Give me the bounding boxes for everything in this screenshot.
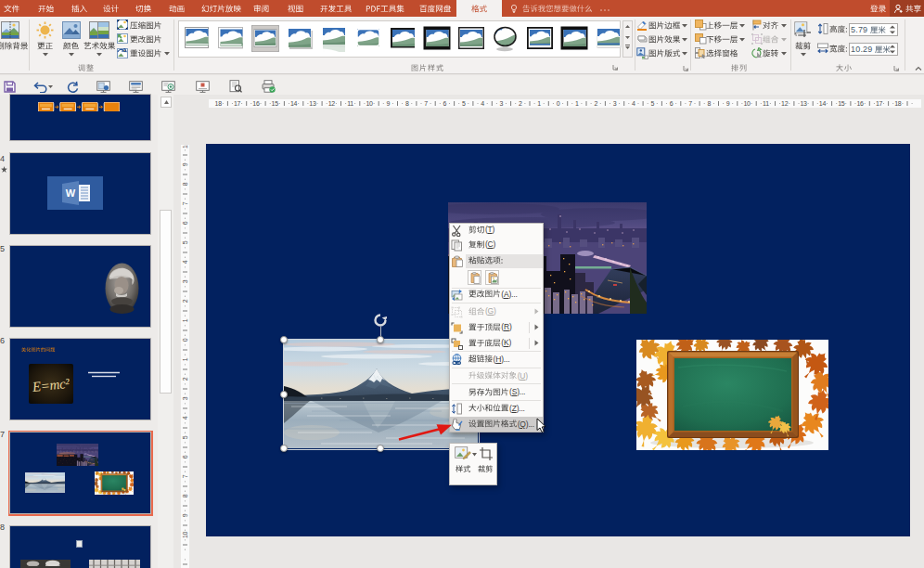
svg-text:18: 18 (215, 100, 223, 107)
svg-text:12: 12 (328, 100, 336, 107)
svg-text:2: 2 (519, 100, 522, 107)
svg-text:5: 5 (462, 100, 466, 107)
svg-text:15: 15 (272, 100, 279, 107)
svg-text:8: 8 (182, 182, 188, 186)
svg-text:7: 7 (424, 100, 428, 107)
svg-text:9: 9 (726, 100, 730, 107)
svg-text:5: 5 (650, 100, 654, 107)
svg-text:7: 7 (182, 201, 188, 205)
svg-text:17: 17 (234, 100, 241, 107)
svg-text:15: 15 (838, 100, 845, 107)
svg-text:6: 6 (182, 221, 188, 225)
svg-text:5: 5 (182, 435, 188, 439)
svg-text:1: 1 (575, 100, 579, 107)
svg-text:8: 8 (182, 494, 188, 497)
svg-text:2: 2 (182, 299, 188, 303)
svg-text:6: 6 (670, 100, 674, 107)
svg-text:7: 7 (182, 474, 188, 478)
svg-text:18: 18 (894, 100, 902, 107)
svg-text:12: 12 (781, 100, 789, 107)
svg-text:W: W (66, 187, 76, 199)
svg-text:14: 14 (290, 100, 298, 107)
svg-text:1: 1 (537, 100, 541, 107)
svg-text:0: 0 (557, 100, 560, 107)
svg-text:10: 10 (366, 100, 373, 107)
svg-text:10: 10 (743, 100, 751, 107)
svg-text:14: 14 (819, 100, 827, 107)
svg-text:3: 3 (182, 396, 188, 400)
svg-text:17: 17 (876, 100, 883, 107)
svg-text:6: 6 (443, 100, 447, 107)
svg-text:16: 16 (857, 100, 865, 107)
svg-text:9: 9 (387, 100, 391, 107)
svg-text:8: 8 (708, 100, 712, 107)
svg-text:13: 13 (800, 100, 807, 107)
svg-text:11: 11 (763, 100, 769, 107)
svg-text:3: 3 (500, 100, 504, 107)
svg-text:1: 1 (182, 357, 188, 361)
svg-text:13: 13 (309, 100, 316, 107)
svg-text:10: 10 (182, 532, 188, 539)
svg-text:2: 2 (182, 377, 188, 381)
svg-text:9: 9 (182, 162, 188, 166)
svg-text:4: 4 (481, 100, 484, 107)
svg-text:2: 2 (594, 100, 597, 107)
svg-text:3: 3 (613, 100, 617, 107)
svg-text:8: 8 (405, 100, 409, 107)
svg-text:0: 0 (182, 338, 188, 342)
svg-text:3: 3 (182, 279, 188, 283)
svg-text:4: 4 (182, 416, 188, 420)
svg-text:4: 4 (182, 260, 188, 264)
svg-text:11: 11 (347, 100, 353, 107)
svg-text:4: 4 (632, 100, 635, 107)
svg-text:10: 10 (182, 145, 188, 148)
svg-text:6: 6 (182, 455, 188, 458)
svg-text:1: 1 (182, 318, 188, 322)
svg-text:5: 5 (182, 240, 188, 244)
svg-text:16: 16 (252, 100, 260, 107)
svg-text:9: 9 (182, 513, 188, 517)
svg-text:7: 7 (688, 100, 692, 107)
